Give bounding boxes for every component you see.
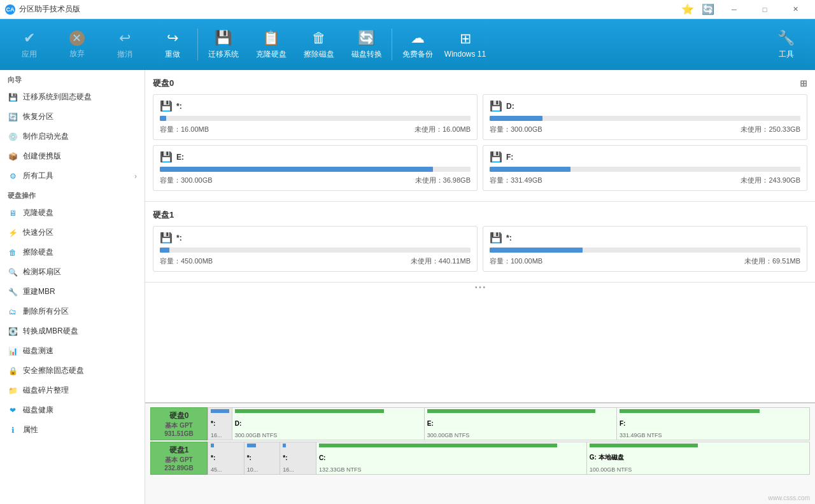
sidebar-item-check-bad[interactable]: 🔍 检测坏扇区 [0,262,145,282]
disk-section-title: 硬盘操作 [0,186,145,203]
sidebar-item-delete-all[interactable]: 🗂 删除所有分区 [0,302,145,321]
disk0-part-3[interactable]: 💾 F: 容量：331.49GB 未使用：243.90GB [483,145,807,191]
toolbar-convert[interactable]: 🔄 磁盘转换 [343,22,390,67]
diskmap-disk0-part-3[interactable]: F: 331.49GB NTFS [617,408,809,440]
diskmap-disk1-part-4[interactable]: G: 本地磁盘 100.00GB NTFS [587,442,809,474]
sidebar: 向导 💾 迁移系统到固态硬盘 🔄 恢复分区 💿 制作启动光盘 📦 创建便携版 ⚙… [0,70,145,504]
star-icon[interactable]: ⭐ [681,3,694,15]
drive-icon-0-3: 💾 [490,151,502,163]
disk1-partitions: 💾 *: 容量：450.00MB 未使用：440.11MB [153,226,807,277]
toolbar-migrate[interactable]: 💾 迁移系统 [199,22,247,67]
refresh-icon[interactable]: 🔄 [702,3,714,15]
diskmap-disk1-part-2[interactable]: *: 16... [280,442,316,474]
diskmap-disk1-parts: *: 45... *: 10... *: 16... [208,442,810,475]
disk1-part-0[interactable]: 💾 *: 容量：450.00MB 未使用：440.11MB [153,226,478,272]
convert-icon: 🔄 [358,30,375,46]
toolbar-tools[interactable]: 🔧 工具 [762,22,810,67]
drive-icon-1-0: 💾 [160,232,173,244]
sidebar-item-rebuild-mbr[interactable]: 🔧 重建MBR [0,282,145,302]
all-tools-arrow: › [134,172,137,181]
portable-icon: 📦 [8,151,18,162]
disk-speed-icon: 📊 [8,346,18,356]
toolbar-discard[interactable]: ✕ 放弃 [53,22,101,67]
toolbar-win11[interactable]: ⊞ Windows 11 [441,22,489,67]
minimize-button[interactable]: ─ [719,0,749,19]
sidebar-item-defrag[interactable]: 📁 磁盘碎片整理 [0,381,145,400]
diskmap-disk0-name: 硬盘0 [169,410,189,421]
clone-icon: 📋 [262,30,280,46]
diskmap-disk1-name: 硬盘1 [169,445,189,456]
sidebar-item-disk-health[interactable]: ❤ 磁盘健康 [0,400,145,420]
toolbar-redo[interactable]: ↪ 重做 [148,22,196,67]
diskmap-bar-0-1 [235,409,384,413]
recover-icon: 🔄 [8,112,18,122]
all-tools-icon: ⚙ [8,171,18,181]
disk0-part-0[interactable]: 💾 *: 容量：16.00MB 未使用：16.00MB [153,94,478,140]
diskmap-disk1-part-0[interactable]: *: 45... [208,442,244,474]
convert-mbr-icon: 💽 [8,326,18,337]
sidebar-item-quick-partition[interactable]: ⚡ 快速分区 [0,223,145,242]
sidebar-item-disk-speed[interactable]: 📊 磁盘测速 [0,341,145,361]
drive-icon-0-0: 💾 [160,100,173,112]
titlebar: CA 分区助手技术员版 ⭐ 🔄 ─ □ ✕ [0,0,815,19]
diskmap-disk0-part-1[interactable]: D: 300.00GB NTFS [232,408,425,440]
diskmap-disk0-part-0[interactable]: *: 16... [208,408,232,440]
toolbar: ✔ 应用 ✕ 放弃 ↩ 撤消 ↪ 重做 💾 迁移系统 📋 克隆硬盘 🗑 擦除磁盘… [0,19,815,70]
diskmap-disk1-type: 基本 GPT [165,456,192,465]
win11-icon: ⊞ [460,31,471,47]
undo-icon: ↩ [119,30,131,46]
diskmap-disk1-part-3[interactable]: C: 132.33GB NTFS [316,442,587,474]
sidebar-item-clone-disk[interactable]: 🖥 克隆硬盘 [0,203,145,223]
watermark: www.csss.com [768,494,810,501]
drive-icon-0-2: 💾 [160,151,173,163]
toolbar-undo[interactable]: ↩ 撤消 [101,22,148,67]
sidebar-item-portable[interactable]: 📦 创建便携版 [0,146,145,166]
sidebar-item-all-tools[interactable]: ⚙ 所有工具 › [0,166,145,186]
secure-wipe-icon: 🔒 [8,366,18,376]
defrag-icon: 📁 [8,386,18,396]
diskmap-disk0-part-2[interactable]: E: 300.00GB NTFS [425,408,617,440]
toolbar-divider-2 [392,29,392,60]
disk0-part-2[interactable]: 💾 E: 容量：300.00GB 未使用：36.98GB [153,145,478,191]
diskmap-label-0[interactable]: 硬盘0 基本 GPT 931.51GB [150,407,208,440]
disk0-grid-icon[interactable]: ⊞ [800,78,807,88]
toolbar-backup[interactable]: ☁ 免费备份 [393,22,441,67]
disk0-section: 硬盘0 ⊞ 💾 *: 容量：16.00MB [145,70,815,202]
disk-panels: 硬盘0 ⊞ 💾 *: 容量：16.00MB [145,70,815,402]
part-letter-0-1: D: [506,102,514,111]
sidebar-item-migrate-os[interactable]: 💾 迁移系统到固态硬盘 [0,87,145,107]
part-bar-0-3 [490,167,800,172]
toolbar-wipe[interactable]: 🗑 擦除磁盘 [295,22,343,67]
close-button[interactable]: ✕ [781,0,810,19]
disk0-part-1[interactable]: 💾 D: 容量：300.00GB 未使用：250.33GB [483,94,807,140]
disk1-section: 硬盘1 💾 *: 容量：450.00MB 未使 [145,202,815,283]
migrate-icon: 💾 [215,30,232,46]
toolbar-clone[interactable]: 📋 克隆硬盘 [247,22,295,67]
top-right-controls: ⭐ 🔄 [676,3,719,15]
tools-icon: 🔧 [777,30,795,46]
sidebar-item-secure-wipe[interactable]: 🔒 安全擦除固态硬盘 [0,361,145,381]
disk1-part-1[interactable]: 💾 *: 容量：100.00MB 未使用：69.51MB [483,226,807,272]
sidebar-item-convert-mbr[interactable]: 💽 转换成MBR硬盘 [0,321,145,341]
part-letter-0-2: E: [176,153,184,162]
diskmap-disk0-type: 基本 GPT [165,421,192,430]
sidebar-item-wipe-disk[interactable]: 🗑 擦除硬盘 [0,242,145,262]
sidebar-item-recover[interactable]: 🔄 恢复分区 [0,107,145,127]
toolbar-apply[interactable]: ✔ 应用 [5,22,53,67]
apply-icon: ✔ [24,30,35,46]
diskmap-bar-0-2 [427,409,595,413]
content-area: 硬盘0 ⊞ 💾 *: 容量：16.00MB [145,70,815,504]
diskmap-bar-1-0 [211,444,214,447]
quick-partition-icon: ⚡ [8,228,18,238]
maximize-button[interactable]: □ [750,0,779,19]
rebuild-mbr-icon: 🔧 [8,287,18,297]
sidebar-item-properties[interactable]: ℹ 属性 [0,420,145,440]
diskmap-label-1[interactable]: 硬盘1 基本 GPT 232.89GB [150,442,208,475]
part-bar-0-1 [490,116,800,121]
migrate-os-icon: 💾 [8,92,18,102]
part-bar-1-0 [160,248,471,253]
sidebar-item-bootdisk[interactable]: 💿 制作启动光盘 [0,127,145,146]
delete-all-icon: 🗂 [8,307,18,317]
app-icon: CA [5,4,15,15]
diskmap-disk1-part-1[interactable]: *: 10... [244,442,281,474]
